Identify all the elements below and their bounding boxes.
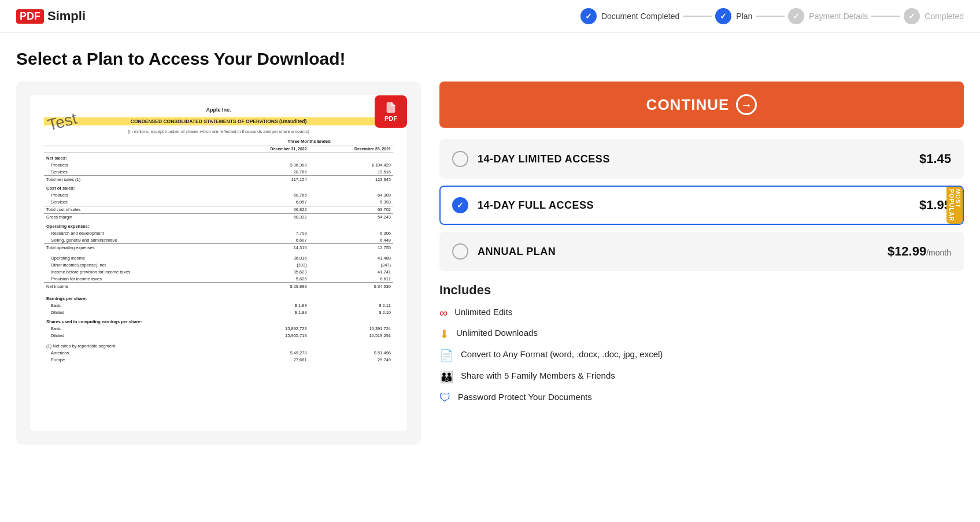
financial-table: Three Months Ended December 31, 2022 Dec… [44,138,393,363]
plan-card-limited[interactable]: 14-DAY LIMITED ACCESS$1.45 [439,139,964,179]
table-row: Operating income36,01641,488 [44,254,393,261]
plan-name-limited: 14-DAY LIMITED ACCESS [478,153,919,165]
doc-company-title: Apple Inc. [44,107,393,113]
includes-text-unlimited-downloads: Unlimited Downloads [456,327,538,339]
step-circle-document: ✓ [580,8,597,24]
continue-label: CONTINUE [646,96,730,114]
step-label-document: Document Completed [601,12,679,21]
logo: PDF Simpli [16,9,86,24]
main-content: Select a Plan to Access Your Download! P… [0,33,980,445]
pdf-file-icon [384,101,397,114]
col2-header: December 25, 2021 [309,146,393,152]
table-row: Europe27,68129,749 [44,356,393,363]
pdf-label: PDF [384,115,397,122]
check-icon-payment: ✓ [793,12,800,21]
table-row: Net sales: [44,152,393,161]
includes-item-family-share: 👪Share with 5 Family Members & Friends [439,369,964,384]
continue-arrow-icon: → [736,94,757,115]
table-row: Selling, general and administrative6,607… [44,236,393,244]
includes-item-unlimited-downloads: ⬇Unlimited Downloads [439,327,964,341]
plan-price-limited: $1.45 [919,151,951,166]
table-row: Americas$ 49,278$ 51,496 [44,349,393,356]
table-row: Other income/(expense), net(393)(247) [44,261,393,268]
includes-icon-password-protect: 🛡 [439,391,451,405]
doc-statement-title: CONDENSED CONSOLIDATED STATEMENTS OF OPE… [44,117,393,125]
table-row: Shares used in computing earnings per sh… [44,316,393,325]
pdf-icon: PDF [375,95,407,128]
col1-header: December 31, 2022 [225,146,309,152]
table-row: Research and development7,7096,306 [44,229,393,236]
includes-item-unlimited-edits: ∞Unlimited Edits [439,306,964,320]
plan-name-annual: ANNUAL PLAN [478,246,887,258]
continue-button[interactable]: CONTINUE → [439,82,964,128]
plan-price-value: $12.99 [887,244,926,258]
step-label-plan: Plan [736,12,752,21]
step-document-completed: ✓ Document Completed [580,8,679,24]
step-circle-plan: ✓ [715,8,731,24]
check-icon: ✓ [585,12,592,21]
includes-icon-family-share: 👪 [439,370,454,384]
plan-radio-limited [452,151,468,167]
step-payment: ✓ Payment Details [788,8,868,24]
step-completed: ✓ Completed [904,8,964,24]
table-row: Services6,0575,393 [44,199,393,206]
right-panel: CONTINUE → 14-DAY LIMITED ACCESS$1.45✓14… [439,82,964,412]
stepper: ✓ Document Completed ✓ Plan ✓ Payment De… [580,8,964,24]
table-row: Diluted15,955,71816,519,291 [44,332,393,339]
step-plan: ✓ Plan [715,8,752,24]
step-label-payment: Payment Details [809,12,868,21]
document-preview: PDF Test Apple Inc. CONDENSED CONSOLIDAT… [16,82,421,445]
includes-section: Includes ∞Unlimited Edits⬇Unlimited Down… [439,283,964,405]
table-row: Total operating expenses14,31612,755 [44,244,393,251]
step-circle-payment: ✓ [788,8,804,24]
header: PDF Simpli ✓ Document Completed ✓ Plan ✓… [0,0,980,33]
table-row: Basic$ 1.89$ 2.11 [44,302,393,309]
table-row: Cost of sales: [44,183,393,192]
logo-pdf: PDF [16,9,44,24]
includes-text-convert-format: Convert to Any Format (word, .docx, .doc… [461,348,663,360]
table-row: Income before provision for income taxes… [44,268,393,275]
table-row: Earnings per share: [44,293,393,302]
plan-card-full[interactable]: ✓14-DAY FULL ACCESS$1.95MOST POPULAR [439,186,964,225]
plan-card-annual[interactable]: ANNUAL PLAN$12.99/month [439,232,964,271]
check-icon-completed: ✓ [908,12,915,21]
table-row: Net income$ 29,998$ 34,630 [44,283,393,290]
includes-icon-convert-format: 📄 [439,349,454,362]
step-connector-2 [756,16,785,17]
step-connector-3 [871,16,900,17]
includes-title: Includes [439,283,964,298]
document-inner: PDF Test Apple Inc. CONDENSED CONSOLIDAT… [30,95,407,431]
content-area: PDF Test Apple Inc. CONDENSED CONSOLIDAT… [16,82,964,445]
plan-radio-full: ✓ [452,197,468,213]
plan-radio-annual [452,243,468,260]
plan-cards: 14-DAY LIMITED ACCESS$1.45✓14-DAY FULL A… [439,139,964,271]
check-icon-plan: ✓ [720,12,727,21]
page-title: Select a Plan to Access Your Download! [16,49,964,69]
table-row: Diluted$ 1.88$ 2.10 [44,309,393,316]
includes-item-password-protect: 🛡Password Protect Your Documents [439,391,964,405]
table-row: Total cost of sales66,82269,702 [44,206,393,213]
includes-text-family-share: Share with 5 Family Members & Friends [461,369,615,382]
table-row: Total net sales (1)117,154123,945 [44,176,393,183]
table-row: Basic15,892,72316,391,724 [44,325,393,332]
most-popular-badge: MOST POPULAR [946,187,963,224]
doc-subtitle: (In millions, except number of shares wh… [44,129,393,134]
table-row: Services20,76619,516 [44,168,393,176]
logo-simpli: Simpli [47,9,86,24]
table-row: Products$ 96,388$ 104,429 [44,161,393,168]
plan-check-icon: ✓ [457,201,464,210]
table-row: (1) Net sales by reportable segment: [44,342,393,349]
period-header: Three Months Ended [225,138,393,146]
plan-price-sub: /month [926,248,951,257]
step-circle-completed: ✓ [904,8,920,24]
table-row: Operating expenses: [44,221,393,230]
includes-text-password-protect: Password Protect Your Documents [458,391,592,403]
includes-list: ∞Unlimited Edits⬇Unlimited Downloads📄Con… [439,306,964,405]
table-row: Provision for income taxes5,6256,611 [44,275,393,283]
table-row: Gross margin50,33254,243 [44,213,393,221]
plan-name-full: 14-DAY FULL ACCESS [478,199,919,212]
plan-price-value: $1.45 [919,151,951,166]
step-label-completed: Completed [924,12,964,21]
plan-price-annual: $12.99/month [887,244,951,259]
includes-icon-unlimited-edits: ∞ [439,306,448,320]
